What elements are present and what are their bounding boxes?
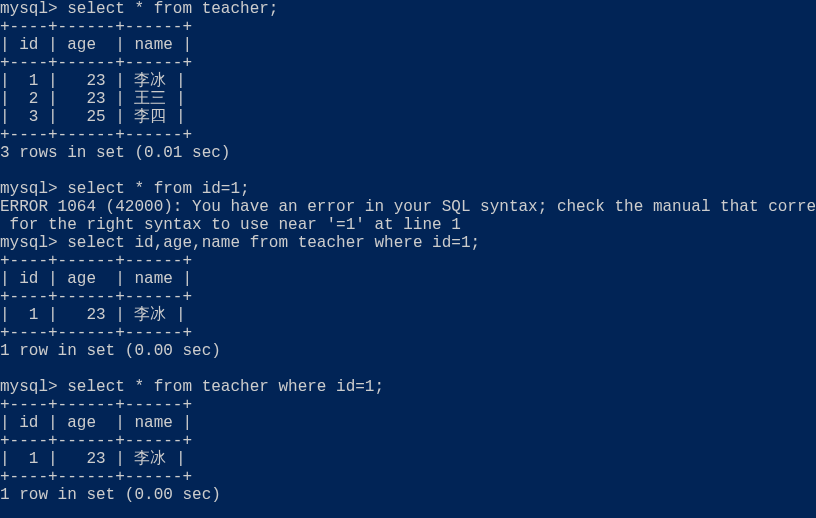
sql-command-1: select * from teacher;	[67, 0, 278, 18]
terminal-output: mysql> select * from teacher; +----+----…	[0, 0, 816, 504]
table-row: | 2 | 23 | 王三 |	[0, 90, 186, 108]
table-border: +----+------+------+	[0, 252, 192, 270]
table-header: | id | age | name |	[0, 414, 192, 432]
prompt: mysql>	[0, 378, 67, 396]
table-row: | 1 | 23 | 李冰 |	[0, 306, 186, 324]
result-summary: 1 row in set (0.00 sec)	[0, 486, 221, 504]
sql-command-3: select id,age,name from teacher where id…	[67, 234, 480, 252]
table-border: +----+------+------+	[0, 288, 192, 306]
table-row: | 1 | 23 | 李冰 |	[0, 72, 186, 90]
table-header: | id | age | name |	[0, 36, 192, 54]
table-row: | 1 | 23 | 李冰 |	[0, 450, 186, 468]
error-line: ERROR 1064 (42000): You have an error in…	[0, 198, 816, 216]
table-row: | 3 | 25 | 李四 |	[0, 108, 186, 126]
table-border: +----+------+------+	[0, 324, 192, 342]
table-border: +----+------+------+	[0, 396, 192, 414]
table-border: +----+------+------+	[0, 432, 192, 450]
table-border: +----+------+------+	[0, 18, 192, 36]
error-line: for the right syntax to use near '=1' at…	[0, 216, 461, 234]
result-summary: 1 row in set (0.00 sec)	[0, 342, 221, 360]
prompt: mysql>	[0, 180, 67, 198]
sql-command-2: select * from id=1;	[67, 180, 249, 198]
sql-command-4: select * from teacher where id=1;	[67, 378, 384, 396]
table-border: +----+------+------+	[0, 126, 192, 144]
prompt: mysql>	[0, 0, 67, 18]
prompt: mysql>	[0, 234, 67, 252]
table-border: +----+------+------+	[0, 468, 192, 486]
result-summary: 3 rows in set (0.01 sec)	[0, 144, 230, 162]
table-header: | id | age | name |	[0, 270, 192, 288]
table-border: +----+------+------+	[0, 54, 192, 72]
